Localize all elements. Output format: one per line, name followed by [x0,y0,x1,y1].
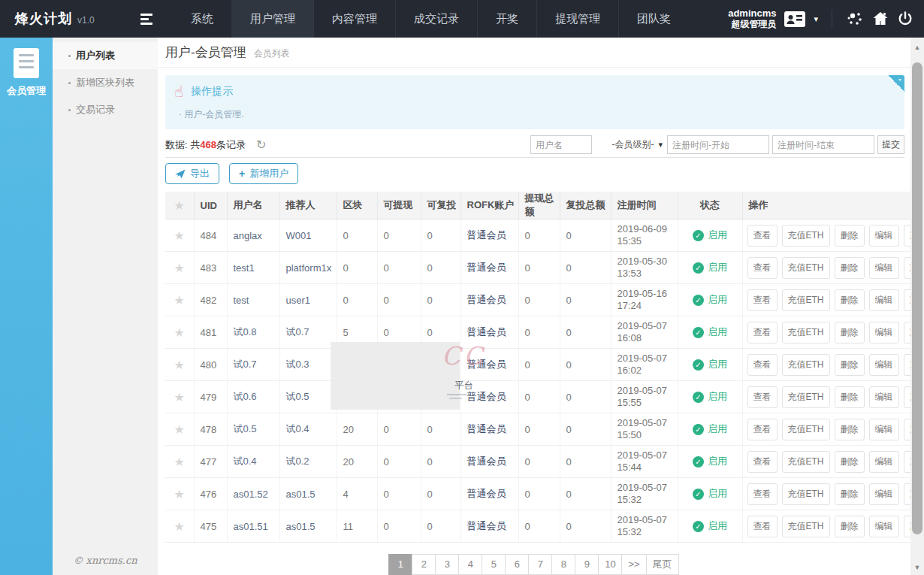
page-1[interactable]: 1 [388,554,412,575]
page-8[interactable]: 8 [551,554,575,575]
freeze-button[interactable]: 冻 [904,516,911,537]
delete-button[interactable]: 删除 [835,386,865,408]
module-rail[interactable]: 会员管理 [0,38,53,575]
view-button[interactable]: 查看 [747,451,778,473]
page-6[interactable]: 6 [505,554,529,575]
freeze-button[interactable]: 冻 [904,257,911,279]
export-button[interactable]: 导出 [165,163,219,184]
edit-button[interactable]: 编辑 [869,516,899,537]
chevron-down-icon[interactable]: ▾ [814,14,818,24]
freeze-button[interactable]: 冻 [904,289,911,311]
delete-button[interactable]: 删除 [835,516,865,537]
edit-button[interactable]: 编辑 [869,322,899,343]
submit-button[interactable]: 提交 [877,135,904,154]
star-icon[interactable]: ★ [174,262,185,274]
delete-button[interactable]: 删除 [835,322,865,343]
view-button[interactable]: 查看 [747,516,778,537]
sidebar-item-2[interactable]: 交易记录 [53,96,158,123]
nav-item-5[interactable]: 提现管理 [536,0,618,38]
network-icon[interactable] [846,10,864,28]
recharge-eth-button[interactable]: 充值ETH [782,516,830,537]
page-7[interactable]: 7 [528,554,552,575]
delete-button[interactable]: 删除 [835,419,865,440]
nav-item-4[interactable]: 开奖 [477,0,536,38]
view-button[interactable]: 查看 [747,354,778,376]
edit-button[interactable]: 编辑 [869,386,899,408]
delete-button[interactable]: 删除 [835,257,865,279]
view-button[interactable]: 查看 [747,257,778,279]
vertical-scrollbar[interactable]: ▲ ▼ [910,38,924,575]
refresh-icon[interactable]: ↻ [256,138,266,152]
edit-button[interactable]: 编辑 [869,419,899,440]
delete-button[interactable]: 删除 [835,289,865,311]
recharge-eth-button[interactable]: 充值ETH [782,419,830,440]
recharge-eth-button[interactable]: 充值ETH [782,289,830,311]
scrollbar-thumb[interactable] [912,62,922,534]
delete-button[interactable]: 删除 [835,225,865,247]
page-5[interactable]: 5 [482,554,506,575]
nav-item-1[interactable]: 用户管理 [231,0,313,38]
freeze-button[interactable]: 冻 [904,451,911,473]
nav-item-3[interactable]: 成交记录 [395,0,477,38]
username-filter-input[interactable] [530,135,592,154]
freeze-button[interactable]: 冻 [904,419,911,440]
recharge-eth-button[interactable]: 充值ETH [782,386,830,408]
view-button[interactable]: 查看 [747,322,778,343]
view-button[interactable]: 查看 [747,419,778,440]
home-icon[interactable] [871,10,889,28]
edit-button[interactable]: 编辑 [869,483,899,505]
edit-button[interactable]: 编辑 [869,354,899,376]
delete-button[interactable]: 删除 [835,354,865,376]
star-icon[interactable]: ★ [174,488,185,501]
delete-button[interactable]: 删除 [835,451,865,473]
star-icon[interactable]: ★ [174,326,185,339]
next-pages-button[interactable]: >> [621,554,646,575]
freeze-button[interactable]: 冻 [904,225,911,247]
id-card-icon[interactable] [784,10,806,29]
recharge-eth-button[interactable]: 充值ETH [782,483,830,505]
recharge-eth-button[interactable]: 充值ETH [782,451,830,473]
add-user-button[interactable]: + 新增用户 [229,163,298,184]
scroll-up-icon[interactable]: ▲ [910,44,924,51]
freeze-button[interactable]: 冻 [904,354,911,376]
nav-item-6[interactable]: 团队奖 [618,0,689,38]
nav-item-0[interactable]: 系统 [173,0,231,38]
star-icon[interactable]: ★ [174,359,185,371]
view-button[interactable]: 查看 [747,225,778,247]
page-10[interactable]: 10 [598,554,622,575]
reg-start-input[interactable] [667,135,769,154]
last-page-button[interactable]: 尾页 [646,554,679,575]
view-button[interactable]: 查看 [747,483,778,505]
member-level-select[interactable]: -会员级别- ▾ [595,135,664,154]
nav-item-2[interactable]: 内容管理 [313,0,395,38]
recharge-eth-button[interactable]: 充值ETH [782,225,830,247]
edit-button[interactable]: 编辑 [869,289,899,311]
collapse-corner-button[interactable]: - [888,75,904,92]
page-2[interactable]: 2 [412,554,436,575]
sidebar-item-1[interactable]: 新增区块列表 [53,69,158,96]
star-icon[interactable]: ★ [174,294,185,307]
freeze-button[interactable]: 冻 [904,322,911,343]
freeze-button[interactable]: 冻 [904,386,911,408]
recharge-eth-button[interactable]: 充值ETH [782,354,830,376]
view-button[interactable]: 查看 [747,289,778,311]
view-button[interactable]: 查看 [747,386,778,408]
recharge-eth-button[interactable]: 充值ETH [782,257,830,279]
star-icon[interactable]: ★ [174,520,185,533]
power-icon[interactable] [897,11,913,27]
edit-button[interactable]: 编辑 [869,257,899,279]
recharge-eth-button[interactable]: 充值ETH [782,322,830,343]
edit-button[interactable]: 编辑 [869,225,899,247]
delete-button[interactable]: 删除 [835,483,865,505]
page-4[interactable]: 4 [458,554,482,575]
star-icon[interactable]: ★ [174,229,185,242]
reg-end-input[interactable] [772,135,874,154]
star-icon[interactable]: ★ [174,423,185,436]
star-icon[interactable]: ★ [174,391,185,404]
page-9[interactable]: 9 [575,554,599,575]
edit-button[interactable]: 编辑 [869,451,899,473]
freeze-button[interactable]: 冻 [904,483,911,505]
page-3[interactable]: 3 [435,554,459,575]
menu-collapse-icon[interactable] [134,0,159,38]
star-icon[interactable]: ★ [174,455,185,468]
